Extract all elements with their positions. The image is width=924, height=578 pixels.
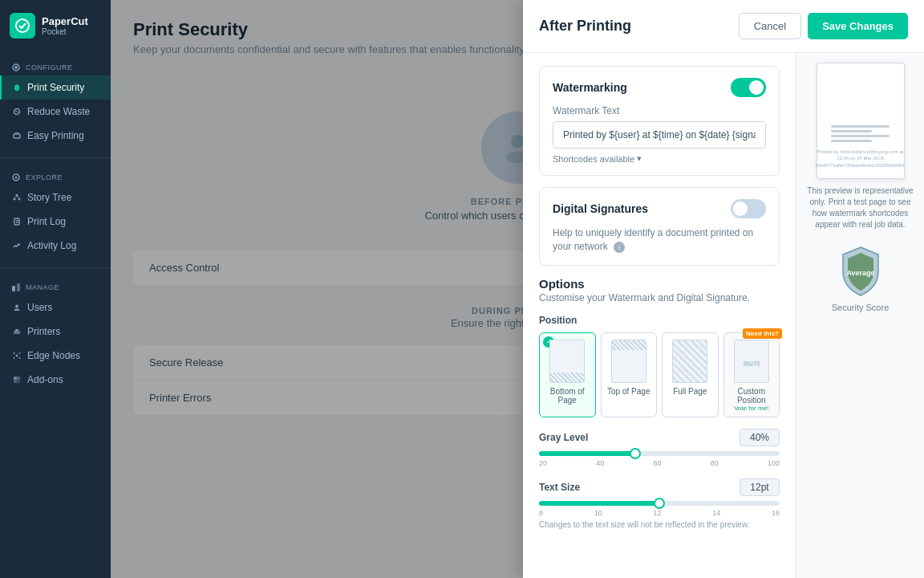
svg-point-23 bbox=[19, 352, 21, 354]
score-section: Average Security Score bbox=[832, 243, 890, 312]
text-size-thumb[interactable] bbox=[654, 498, 665, 509]
position-custom[interactable]: Need this? Custom Position Vote for me! bbox=[723, 332, 780, 417]
gray-level-value: 40% bbox=[740, 429, 780, 446]
text-size-value: 12pt bbox=[740, 478, 780, 496]
sidebar-item-label: Print Security bbox=[27, 82, 84, 93]
svg-point-8 bbox=[14, 198, 16, 201]
svg-rect-27 bbox=[17, 377, 20, 380]
position-full-preview bbox=[672, 340, 707, 383]
configure-label: CONFIGURE bbox=[0, 58, 111, 75]
svg-point-0 bbox=[16, 19, 29, 32]
text-size-label: Text Size bbox=[539, 482, 580, 493]
options-subtitle: Customise your Watermark and Digital Sig… bbox=[539, 292, 780, 303]
sidebar: PaperCut Pocket CONFIGURE Print Security… bbox=[0, 0, 111, 578]
digital-sig-toggle[interactable] bbox=[731, 199, 766, 218]
sidebar-item-activity-log[interactable]: Activity Log bbox=[0, 234, 111, 258]
sidebar-item-label: Activity Log bbox=[27, 240, 76, 251]
sidebar-item-edge-nodes[interactable]: Edge Nodes bbox=[0, 344, 111, 368]
digital-sig-slider bbox=[731, 199, 766, 218]
svg-point-22 bbox=[14, 352, 15, 354]
svg-point-9 bbox=[18, 198, 21, 201]
preview-note: This preview is representative only. Pri… bbox=[806, 185, 914, 230]
sidebar-item-story-tree[interactable]: Story Tree bbox=[0, 185, 111, 210]
sidebar-item-print-log[interactable]: Print Log bbox=[0, 210, 111, 234]
svg-point-24 bbox=[14, 357, 15, 359]
sidebar-item-print-security[interactable]: Print Security bbox=[0, 75, 111, 100]
svg-rect-16 bbox=[12, 286, 15, 291]
svg-rect-29 bbox=[17, 380, 20, 383]
digital-sig-label: Digital Signatures bbox=[553, 202, 648, 215]
position-bottom-preview bbox=[549, 340, 585, 383]
svg-rect-28 bbox=[14, 380, 17, 383]
text-size-label-row: Text Size 12pt bbox=[539, 478, 780, 496]
watermark-text-input[interactable] bbox=[553, 121, 766, 149]
sidebar-item-label: Edge Nodes bbox=[27, 350, 80, 361]
svg-rect-4 bbox=[14, 134, 20, 138]
dialog-title: After Printing bbox=[539, 18, 631, 35]
svg-point-1 bbox=[14, 66, 18, 69]
gray-level-fill bbox=[539, 451, 635, 456]
svg-rect-26 bbox=[14, 377, 17, 380]
dialog-body: Watermarking Watermark Text Shortcodes a… bbox=[523, 53, 924, 578]
position-label: Position bbox=[539, 315, 780, 326]
vote-badge: Need this? bbox=[743, 328, 782, 339]
position-bottom-label: Bottom of Page bbox=[543, 387, 592, 405]
gray-level-ticks: 20 40 60 80 100 bbox=[539, 459, 780, 467]
logo-area: PaperCut Pocket bbox=[0, 0, 111, 51]
info-icon[interactable]: i bbox=[614, 242, 625, 253]
text-size-track bbox=[539, 501, 780, 506]
preview-line-4 bbox=[831, 140, 873, 142]
svg-point-6 bbox=[15, 177, 18, 179]
configure-section: CONFIGURE Print Security Reduce Waste Ea… bbox=[0, 51, 111, 154]
digital-signatures-section: Digital Signatures Help to uniquely iden… bbox=[539, 187, 780, 266]
preview-watermark-text: Printed by chris.ballance@myorg.com at 1… bbox=[816, 149, 906, 169]
svg-rect-20 bbox=[15, 329, 18, 331]
gray-level-track bbox=[539, 451, 780, 456]
options-title: Options bbox=[539, 277, 780, 291]
text-size-section: Text Size 12pt 8 10 12 14 16 Changes bbox=[539, 478, 780, 529]
svg-point-25 bbox=[19, 357, 21, 359]
svg-rect-19 bbox=[14, 331, 20, 334]
position-custom-label: Custom Position bbox=[727, 387, 776, 405]
text-size-fill bbox=[539, 501, 659, 506]
sidebar-item-users[interactable]: Users bbox=[0, 295, 111, 320]
sidebar-item-easy-printing[interactable]: Easy Printing bbox=[0, 124, 111, 148]
sidebar-item-label: Reduce Waste bbox=[27, 106, 90, 117]
gray-level-label-row: Gray Level 40% bbox=[539, 429, 780, 446]
manage-section: MANAGE Users Printers Edge Nodes Add-ons bbox=[0, 271, 111, 398]
digital-sig-desc: Help to uniquely identify a document pri… bbox=[553, 226, 766, 254]
sidebar-item-reduce-waste[interactable]: Reduce Waste bbox=[0, 100, 111, 124]
manage-label: MANAGE bbox=[0, 278, 111, 295]
position-top-label: Top of Page bbox=[607, 387, 650, 396]
digital-sig-header-row: Digital Signatures bbox=[553, 199, 766, 218]
security-score-shield: Average bbox=[837, 243, 885, 299]
position-bottom[interactable]: ✓ Bottom of Page bbox=[539, 332, 596, 417]
svg-point-21 bbox=[16, 355, 18, 357]
position-custom-preview bbox=[734, 340, 769, 383]
watermarking-label: Watermarking bbox=[553, 81, 627, 94]
shortcodes-link[interactable]: Shortcodes available ▾ bbox=[553, 153, 766, 164]
preview-line-3 bbox=[831, 135, 890, 137]
sidebar-item-add-ons[interactable]: Add-ons bbox=[0, 368, 111, 392]
sidebar-item-printers[interactable]: Printers bbox=[0, 320, 111, 344]
sidebar-item-label: Add-ons bbox=[27, 374, 63, 385]
options-section: Options Customise your Watermark and Dig… bbox=[539, 277, 780, 529]
position-full-label: Full Page bbox=[673, 387, 707, 396]
svg-point-18 bbox=[15, 305, 18, 308]
preview-line-1 bbox=[831, 125, 890, 128]
position-section: Position ✓ Bottom of Page bbox=[539, 315, 780, 417]
svg-point-7 bbox=[16, 194, 18, 197]
save-button[interactable]: Save Changes bbox=[808, 13, 908, 39]
gray-level-thumb[interactable] bbox=[630, 448, 641, 459]
logo-sub: Pocket bbox=[42, 27, 88, 36]
position-top[interactable]: Top of Page bbox=[601, 332, 658, 417]
watermarking-header-row: Watermarking bbox=[553, 78, 766, 97]
position-full[interactable]: Full Page bbox=[662, 332, 719, 417]
watermarking-toggle[interactable] bbox=[731, 78, 766, 97]
preview-content-lines bbox=[831, 125, 890, 142]
cancel-button[interactable]: Cancel bbox=[739, 13, 801, 39]
after-printing-dialog: After Printing Cancel Save Changes Water… bbox=[523, 0, 924, 578]
position-top-preview bbox=[611, 340, 646, 383]
explore-section: EXPLORE Story Tree Print Log Activity Lo… bbox=[0, 161, 111, 264]
gray-level-section: Gray Level 40% 20 40 60 80 100 bbox=[539, 429, 780, 467]
